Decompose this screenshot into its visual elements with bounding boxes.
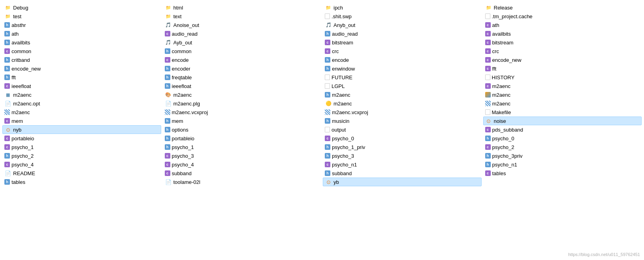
h-file-icon: h	[165, 75, 170, 80]
list-item[interactable]: cencode_new	[483, 55, 642, 64]
h-file-icon: h	[165, 66, 170, 71]
list-item[interactable]: csubband	[163, 169, 322, 178]
list-item[interactable]: .shit.swp	[323, 12, 482, 21]
list-item[interactable]: htables	[2, 178, 161, 186]
list-item[interactable]: Makefile	[483, 108, 642, 117]
list-item[interactable]: ⊙yb	[323, 178, 482, 186]
list-item[interactable]: hpsycho_1	[163, 143, 322, 151]
list-item[interactable]: caudio_read	[163, 29, 322, 38]
list-item[interactable]: hcommon	[163, 47, 322, 55]
h-file-icon: h	[325, 170, 330, 176]
list-item[interactable]: 📄m2aenc.opt	[2, 99, 161, 108]
list-item[interactable]: hieeefloat	[163, 82, 322, 90]
list-item[interactable]: m2aenc	[483, 99, 642, 108]
list-item[interactable]: havailbits	[2, 38, 161, 47]
c-file-icon: c	[165, 170, 170, 176]
list-item[interactable]: .tm_project.cache	[483, 12, 642, 21]
list-item[interactable]: hpsycho_0	[483, 134, 642, 143]
list-item[interactable]: cmem	[2, 117, 161, 125]
list-item[interactable]: cpsycho_n1	[323, 160, 482, 169]
list-item[interactable]: HISTORY	[483, 73, 642, 82]
list-item[interactable]: hcritband	[2, 55, 161, 64]
list-item[interactable]: FUTURE	[323, 73, 482, 82]
list-item[interactable]: cportableio	[2, 134, 161, 143]
list-item[interactable]: 🎵Ayb_out	[163, 38, 322, 47]
list-item[interactable]: ⊙nyb	[2, 125, 161, 134]
list-item[interactable]: hportableio	[163, 134, 322, 143]
list-item[interactable]: cbitstream	[483, 38, 642, 47]
list-item[interactable]: hpsycho_3priv	[483, 151, 642, 160]
file-name: m2aenc.plg	[174, 101, 200, 107]
file-name: subband	[172, 170, 192, 176]
list-item[interactable]: 📄m2aenc.plg	[163, 99, 322, 108]
list-item[interactable]: haudio_read	[323, 29, 482, 38]
file-name: options	[172, 127, 189, 133]
list-item[interactable]: hencoder	[163, 64, 322, 73]
list-item[interactable]: cencode	[163, 55, 322, 64]
file-name: m2aenc.opt	[13, 101, 40, 107]
list-item[interactable]: hm2aenc	[323, 90, 482, 99]
list-item[interactable]: ccrc	[323, 47, 482, 55]
list-item[interactable]: cbitstream	[323, 38, 482, 47]
list-item[interactable]: 📁Debug	[2, 3, 161, 12]
list-item[interactable]: cpsycho_4	[163, 160, 322, 169]
list-item[interactable]: 🎵Anoise_out	[163, 21, 322, 29]
list-item[interactable]: cpsycho_4	[2, 160, 161, 169]
list-item[interactable]: cpsycho_1	[2, 143, 161, 151]
list-item[interactable]: hencode_new	[2, 64, 161, 73]
list-item[interactable]: output	[323, 125, 482, 134]
file-name: audio_read	[172, 31, 198, 37]
list-item[interactable]: hpsycho_n1	[483, 160, 642, 169]
list-item[interactable]: hfreqtable	[163, 73, 322, 82]
list-item[interactable]: hmem	[163, 117, 322, 125]
list-item[interactable]: cavailbits	[483, 29, 642, 38]
list-item[interactable]: henwindow	[323, 64, 482, 73]
column-4: 📁Release.tm_project.cachecathcavailbitsc…	[482, 3, 643, 257]
list-item[interactable]: cath	[483, 21, 642, 29]
list-item[interactable]: hfft	[2, 73, 161, 82]
list-item[interactable]: 📁text	[163, 12, 322, 21]
list-item[interactable]: hpsycho_1_priv	[323, 143, 482, 151]
file-name: text	[174, 13, 182, 19]
list-item[interactable]: hpsycho_2	[2, 151, 161, 160]
list-item[interactable]: 🎨m2aenc	[163, 90, 322, 99]
list-item[interactable]: LGPL	[323, 82, 482, 90]
list-item[interactable]: hmusicin	[323, 117, 482, 125]
list-item[interactable]: 🎵Anyb_out	[323, 21, 482, 29]
list-item[interactable]: ccrc	[483, 47, 642, 55]
list-item[interactable]: m2aenc	[2, 108, 161, 117]
h-file-icon: h	[325, 118, 330, 124]
list-item[interactable]: hpsycho_3	[323, 151, 482, 160]
list-item[interactable]: 🟡m2aenc	[323, 99, 482, 108]
list-item[interactable]: 📄toolame-02l	[163, 178, 322, 186]
c-file-icon: c	[165, 153, 170, 159]
list-item[interactable]: cpsycho_3	[163, 151, 322, 160]
list-item[interactable]: cfft	[483, 64, 642, 73]
list-item[interactable]: hsubband	[323, 169, 482, 178]
vcxproj-stripe-icon	[4, 109, 10, 115]
list-item[interactable]: m2aenc.vcxproj	[323, 108, 482, 117]
list-item[interactable]: hath	[2, 29, 161, 38]
list-item[interactable]: ccommon	[2, 47, 161, 55]
list-item[interactable]: ctables	[483, 169, 642, 178]
list-item[interactable]: m2aenc.vcxproj	[163, 108, 322, 117]
list-item[interactable]: hoptions	[163, 125, 322, 134]
list-item[interactable]: m2aenc	[483, 90, 642, 99]
list-item[interactable]: ⊙noise	[483, 117, 642, 125]
file-name: common	[172, 48, 192, 54]
list-item[interactable]: habsthr	[2, 21, 161, 29]
list-item[interactable]: 📁html	[163, 3, 322, 12]
list-item[interactable]: cpsycho_0	[323, 134, 482, 143]
list-item[interactable]: 📁ipch	[323, 3, 482, 12]
list-item[interactable]: ▦m2aenc	[2, 90, 161, 99]
list-item[interactable]: 📁Release	[483, 3, 642, 12]
file-name: portableio	[12, 136, 34, 141]
list-item[interactable]: cm2aenc	[483, 82, 642, 90]
list-item[interactable]: cieeefloat	[2, 82, 161, 90]
list-item[interactable]: hencode	[323, 55, 482, 64]
list-item[interactable]: 📄README	[2, 169, 161, 178]
h-file-icon: h	[4, 179, 10, 185]
list-item[interactable]: cpds_subband	[483, 125, 642, 134]
list-item[interactable]: 📁test	[2, 12, 161, 21]
list-item[interactable]: cpsycho_2	[483, 143, 642, 151]
